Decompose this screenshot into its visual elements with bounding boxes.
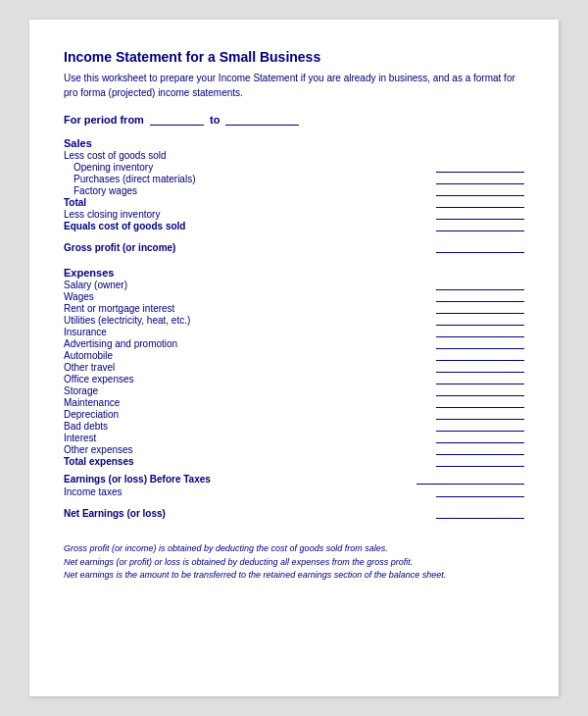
insurance-label: Insurance [64, 327, 436, 337]
total-label: Total [64, 197, 436, 208]
income-taxes-label: Income taxes [64, 486, 436, 497]
less-closing-row: Less closing inventory [64, 209, 524, 220]
total-expenses-row: Total expenses [64, 456, 524, 467]
income-taxes-row: Income taxes [64, 486, 524, 497]
total-input[interactable] [436, 198, 524, 208]
depreciation-label: Depreciation [64, 409, 436, 420]
equals-cost-label: Equals cost of goods sold [64, 221, 436, 231]
storage-label: Storage [64, 385, 436, 396]
automobile-label: Automobile [64, 350, 436, 361]
expenses-label: Expenses [64, 267, 524, 279]
depreciation-input[interactable] [436, 410, 524, 420]
other-expenses-row: Other expenses [64, 444, 524, 455]
utilities-row: Utilities (electricity, heat, etc.) [64, 315, 524, 326]
utilities-input[interactable] [436, 316, 524, 326]
less-cost-label: Less cost of goods sold [64, 150, 524, 161]
salary-owner-label: Salary (owner) [64, 280, 436, 290]
gross-profit-label: Gross profit (or income) [64, 242, 436, 253]
less-cost-row: Less cost of goods sold [64, 150, 524, 161]
maintenance-input[interactable] [436, 398, 524, 408]
income-taxes-input[interactable] [436, 487, 524, 497]
other-travel-label: Other travel [64, 362, 436, 373]
other-travel-input[interactable] [436, 363, 524, 373]
interest-label: Interest [64, 433, 436, 443]
bad-debts-input[interactable] [436, 422, 524, 432]
equals-cost-input[interactable] [436, 222, 524, 231]
automobile-row: Automobile [64, 350, 524, 361]
advertising-row: Advertising and promotion [64, 338, 524, 349]
storage-row: Storage [64, 385, 524, 396]
net-earnings-row: Net Earnings (or loss) [64, 508, 524, 519]
wages-label: Wages [64, 291, 436, 302]
bad-debts-row: Bad debts [64, 421, 524, 432]
wages-row: Wages [64, 291, 524, 302]
office-expenses-row: Office expenses [64, 374, 524, 384]
less-closing-label: Less closing inventory [64, 209, 436, 220]
other-travel-row: Other travel [64, 362, 524, 373]
period-to: to [210, 114, 220, 126]
other-expenses-label: Other expenses [64, 444, 436, 455]
period-to-line[interactable] [225, 125, 299, 126]
period-label: For period from [64, 114, 144, 126]
other-expenses-input[interactable] [436, 445, 524, 455]
footnotes-section: Gross profit (or income) is obtained by … [64, 533, 524, 583]
interest-row: Interest [64, 433, 524, 443]
rent-row: Rent or mortgage interest [64, 303, 524, 314]
advertising-input[interactable] [436, 339, 524, 349]
page-title: Income Statement for a Small Business [64, 49, 524, 65]
period-row: For period from to [64, 114, 524, 126]
factory-wages-input[interactable] [436, 186, 524, 196]
factory-wages-row: Factory wages [64, 185, 524, 196]
rent-input[interactable] [436, 304, 524, 314]
footnote-1: Gross profit (or income) is obtained by … [64, 542, 524, 556]
net-earnings-label: Net Earnings (or loss) [64, 508, 436, 519]
earnings-before-taxes-label: Earnings (or loss) Before Taxes [64, 474, 416, 485]
equals-cost-row: Equals cost of goods sold [64, 221, 524, 231]
purchases-input[interactable] [436, 175, 524, 184]
earnings-before-taxes-row: Earnings (or loss) Before Taxes [64, 474, 524, 485]
sales-label: Sales [64, 137, 524, 149]
salary-owner-input[interactable] [436, 281, 524, 290]
footnote-2: Net earnings (or profit) or loss is obta… [64, 556, 524, 570]
period-from-line[interactable] [150, 125, 204, 126]
opening-inventory-row: Opening inventory [64, 162, 524, 173]
total-row: Total [64, 197, 524, 208]
total-expenses-input[interactable] [436, 457, 524, 467]
utilities-label: Utilities (electricity, heat, etc.) [64, 315, 436, 326]
insurance-input[interactable] [436, 328, 524, 337]
footnote-3: Net earnings is the amount to be transfe… [64, 569, 524, 583]
automobile-input[interactable] [436, 351, 524, 361]
opening-inventory-label: Opening inventory [64, 162, 436, 173]
storage-input[interactable] [436, 386, 524, 396]
maintenance-row: Maintenance [64, 397, 524, 408]
insurance-row: Insurance [64, 327, 524, 337]
maintenance-label: Maintenance [64, 397, 436, 408]
office-expenses-input[interactable] [436, 375, 524, 384]
purchases-row: Purchases (direct materials) [64, 174, 524, 184]
gross-profit-row: Gross profit (or income) [64, 242, 524, 253]
interest-input[interactable] [436, 434, 524, 443]
salary-owner-row: Salary (owner) [64, 280, 524, 290]
income-statement-page: Income Statement for a Small Business Us… [29, 20, 559, 696]
advertising-label: Advertising and promotion [64, 338, 436, 349]
purchases-label: Purchases (direct materials) [64, 174, 436, 184]
earnings-before-taxes-input[interactable] [416, 475, 524, 485]
bad-debts-label: Bad debts [64, 421, 436, 432]
less-closing-input[interactable] [436, 210, 524, 220]
total-expenses-label: Total expenses [64, 456, 436, 467]
gross-profit-input[interactable] [436, 243, 524, 253]
opening-inventory-input[interactable] [436, 163, 524, 173]
rent-label: Rent or mortgage interest [64, 303, 436, 314]
net-earnings-input[interactable] [436, 509, 524, 519]
office-expenses-label: Office expenses [64, 374, 436, 384]
depreciation-row: Depreciation [64, 409, 524, 420]
wages-input[interactable] [436, 292, 524, 302]
factory-wages-label: Factory wages [64, 185, 436, 196]
description-text: Use this worksheet to prepare your Incom… [64, 71, 524, 100]
